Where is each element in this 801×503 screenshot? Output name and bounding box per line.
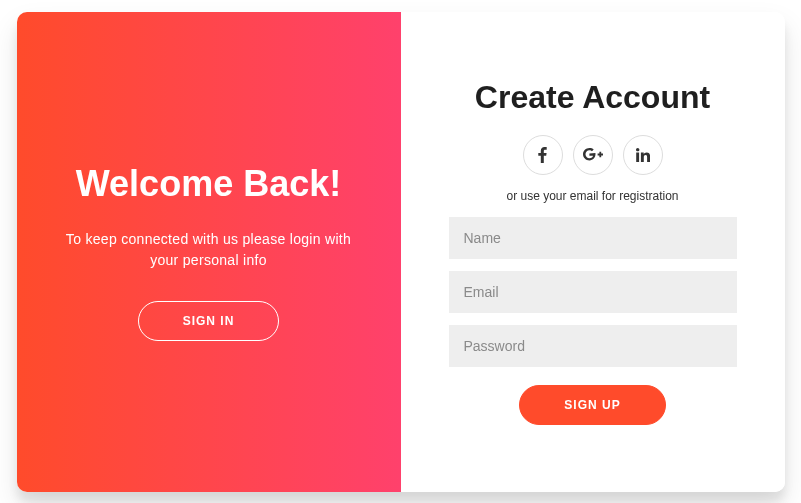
linkedin-icon xyxy=(636,148,650,162)
google-plus-icon xyxy=(583,148,603,161)
auth-card: Welcome Back! To keep connected with us … xyxy=(17,12,785,492)
sign-in-button[interactable]: Sign In xyxy=(138,301,280,341)
email-field[interactable] xyxy=(449,271,737,313)
social-facebook-button[interactable] xyxy=(523,135,563,175)
social-linkedin-button[interactable] xyxy=(623,135,663,175)
sign-up-button[interactable]: Sign Up xyxy=(519,385,665,425)
social-google-button[interactable] xyxy=(573,135,613,175)
overlay-panel: Welcome Back! To keep connected with us … xyxy=(17,12,401,492)
facebook-icon xyxy=(538,147,547,163)
form-title: Create Account xyxy=(475,78,710,116)
overlay-title: Welcome Back! xyxy=(76,162,341,205)
signup-panel: Create Account or use your email for reg… xyxy=(401,12,785,492)
overlay-subtitle: To keep connected with us please login w… xyxy=(57,229,361,271)
social-row xyxy=(523,135,663,175)
name-field[interactable] xyxy=(449,217,737,259)
password-field[interactable] xyxy=(449,325,737,367)
form-hint: or use your email for registration xyxy=(506,189,678,203)
